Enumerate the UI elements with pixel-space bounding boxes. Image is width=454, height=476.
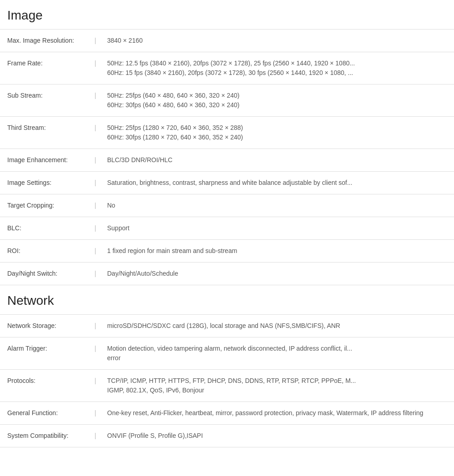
spec-separator: | [91, 117, 100, 149]
network-table: Network Storage:|microSD/SDHC/SDXC card … [0, 315, 454, 447]
spec-value: No [100, 194, 454, 217]
spec-separator: | [91, 240, 100, 263]
spec-label: Frame Rate: [0, 52, 91, 84]
spec-label: Day/Night Switch: [0, 263, 91, 285]
spec-label: BLC: [0, 217, 91, 240]
spec-label: Image Enhancement: [0, 149, 91, 172]
spec-label: Image Settings: [0, 172, 91, 194]
table-row: Day/Night Switch:|Day/Night/Auto/Schedul… [0, 263, 454, 285]
spec-label: System Compatibility: [0, 425, 91, 447]
table-row: Network Storage:|microSD/SDHC/SDXC card … [0, 315, 454, 337]
spec-value: 50Hz: 25fps (640 × 480, 640 × 360, 320 ×… [100, 84, 454, 117]
spec-separator: | [91, 149, 100, 172]
spec-separator: | [91, 370, 100, 402]
spec-value: One-key reset, Anti-Flicker, heartbeat, … [100, 402, 454, 425]
table-row: Sub Stream:|50Hz: 25fps (640 × 480, 640 … [0, 84, 454, 117]
spec-label: Network Storage: [0, 315, 91, 337]
spec-label: Target Cropping: [0, 194, 91, 217]
table-row: System Compatibility:|ONVIF (Profile S, … [0, 425, 454, 447]
table-row: Protocols:|TCP/IP, ICMP, HTTP, HTTPS, FT… [0, 370, 454, 402]
spec-value: BLC/3D DNR/ROI/HLC [100, 149, 454, 172]
table-row: BLC:|Support [0, 217, 454, 240]
spec-value: Saturation, brightness, contrast, sharpn… [100, 172, 454, 194]
spec-value: Support [100, 217, 454, 240]
spec-separator: | [91, 337, 100, 370]
table-row: Max. Image Resolution:|3840 × 2160 [0, 30, 454, 52]
spec-separator: | [91, 217, 100, 240]
spec-separator: | [91, 52, 100, 84]
spec-label: Alarm Trigger: [0, 337, 91, 370]
spec-value: 3840 × 2160 [100, 30, 454, 52]
spec-separator: | [91, 425, 100, 447]
spec-separator: | [91, 315, 100, 337]
spec-value: TCP/IP, ICMP, HTTP, HTTPS, FTP, DHCP, DN… [100, 370, 454, 402]
table-row: Third Stream:|50Hz: 25fps (1280 × 720, 6… [0, 117, 454, 149]
spec-label: Sub Stream: [0, 84, 91, 117]
image-table: Max. Image Resolution:|3840 × 2160Frame … [0, 30, 454, 285]
spec-label: Max. Image Resolution: [0, 30, 91, 52]
spec-separator: | [91, 30, 100, 52]
spec-label: General Function: [0, 402, 91, 425]
table-row: Image Enhancement:|BLC/3D DNR/ROI/HLC [0, 149, 454, 172]
spec-label: Third Stream: [0, 117, 91, 149]
table-row: Alarm Trigger:|Motion detection, video t… [0, 337, 454, 370]
spec-value: microSD/SDHC/SDXC card (128G), local sto… [100, 315, 454, 337]
spec-separator: | [91, 194, 100, 217]
table-row: Target Cropping:|No [0, 194, 454, 217]
table-row: Frame Rate:|50Hz: 12.5 fps (3840 × 2160)… [0, 52, 454, 84]
spec-separator: | [91, 172, 100, 194]
spec-value: ONVIF (Profile S, Profile G),ISAPI [100, 425, 454, 447]
table-row: General Function:|One-key reset, Anti-Fl… [0, 402, 454, 425]
spec-value: 50Hz: 25fps (1280 × 720, 640 × 360, 352 … [100, 117, 454, 149]
spec-value: Day/Night/Auto/Schedule [100, 263, 454, 285]
spec-label: Protocols: [0, 370, 91, 402]
network-section-title: Network [0, 285, 454, 314]
table-row: Image Settings:|Saturation, brightness, … [0, 172, 454, 194]
spec-label: ROI: [0, 240, 91, 263]
table-row: ROI:|1 fixed region for main stream and … [0, 240, 454, 263]
spec-value: 1 fixed region for main stream and sub-s… [100, 240, 454, 263]
network-section: Network Network Storage:|microSD/SDHC/SD… [0, 285, 454, 447]
spec-separator: | [91, 263, 100, 285]
image-section: Image Max. Image Resolution:|3840 × 2160… [0, 0, 454, 285]
spec-separator: | [91, 402, 100, 425]
spec-separator: | [91, 84, 100, 117]
image-section-title: Image [0, 0, 454, 29]
spec-value: Motion detection, video tampering alarm,… [100, 337, 454, 370]
spec-value: 50Hz: 12.5 fps (3840 × 2160), 20fps (307… [100, 52, 454, 84]
